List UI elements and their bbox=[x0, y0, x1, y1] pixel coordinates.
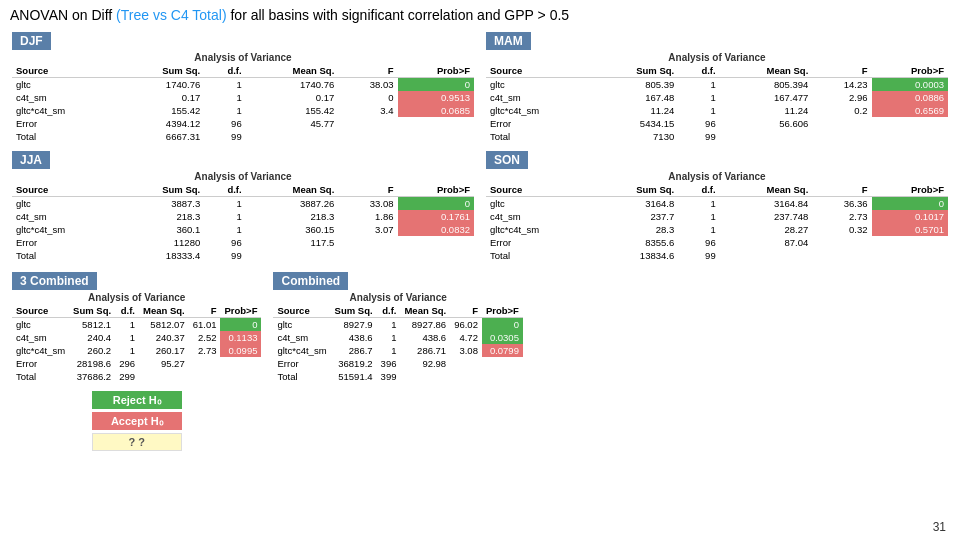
djf-table: Source Sum Sq. d.f. Mean Sq. F Prob>F gl… bbox=[12, 64, 474, 143]
jja-anova-title: Analysis of Variance bbox=[12, 171, 474, 182]
table-row: c4t_sm240.41240.372.520.1133 bbox=[12, 331, 261, 344]
combined-panel: Combined Analysis of Variance Source Sum… bbox=[267, 268, 528, 455]
table-row: gltc*c4t_sm11.24111.240.20.6569 bbox=[486, 104, 948, 117]
legend-accept: Accept H₀ bbox=[92, 412, 182, 430]
djf-col-source: Source bbox=[12, 64, 118, 78]
djf-col-prob: Prob>F bbox=[398, 64, 474, 78]
table-row: c4t_sm167.481167.4772.960.0886 bbox=[486, 91, 948, 104]
djf-col-df: d.f. bbox=[204, 64, 245, 78]
djf-col-meansq: Mean Sq. bbox=[246, 64, 339, 78]
table-row: c4t_sm438.61438.64.720.0305 bbox=[273, 331, 522, 344]
table-row: Error36819.239692.98 bbox=[273, 357, 522, 370]
table-row: Error8355.69687.04 bbox=[486, 236, 948, 249]
son-table: Source Sum Sq. d.f. Mean Sq. F Prob>F gl… bbox=[486, 183, 948, 262]
table-row: Total713099 bbox=[486, 130, 948, 143]
son-label: SON bbox=[486, 151, 528, 169]
table-row: gltc3887.313887.2633.080 bbox=[12, 197, 474, 211]
son-panel: SON Analysis of Variance Source Sum Sq. … bbox=[480, 147, 954, 266]
table-row: gltc1740.7611740.7638.030 bbox=[12, 78, 474, 92]
legend-reject: Reject H₀ bbox=[92, 391, 182, 409]
table-row: gltc*c4t_sm260.21260.172.730.0995 bbox=[12, 344, 261, 357]
table-row: c4t_sm218.31218.31.860.1761 bbox=[12, 210, 474, 223]
djf-anova-title: Analysis of Variance bbox=[12, 52, 474, 63]
combined-table: Source Sum Sq. d.f. Mean Sq. F Prob>F gl… bbox=[273, 304, 522, 383]
combined3-panel: 3 Combined Analysis of Variance Source S… bbox=[6, 268, 267, 455]
title-highlight: (Tree vs C4 Total) bbox=[116, 7, 226, 23]
page-number: 31 bbox=[933, 520, 946, 534]
table-row: gltc5812.115812.0761.010 bbox=[12, 318, 261, 332]
table-row: c4t_sm0.1710.1700.9513 bbox=[12, 91, 474, 104]
table-row: gltc8927.918927.8696.020 bbox=[273, 318, 522, 332]
table-row: gltc3164.813164.8436.360 bbox=[486, 197, 948, 211]
mam-label: MAM bbox=[486, 32, 531, 50]
jja-panel: JJA Analysis of Variance Source Sum Sq. … bbox=[6, 147, 480, 266]
table-row: gltc805.391805.39414.230.0003 bbox=[486, 78, 948, 92]
combined-anova-title: Analysis of Variance bbox=[273, 292, 522, 303]
combined3-label: 3 Combined bbox=[12, 272, 97, 290]
table-row: Error4394.129645.77 bbox=[12, 117, 474, 130]
mam-table: Source Sum Sq. d.f. Mean Sq. F Prob>F gl… bbox=[486, 64, 948, 143]
mam-anova-title: Analysis of Variance bbox=[486, 52, 948, 63]
djf-col-f: F bbox=[338, 64, 397, 78]
legend-maybe: ? ? bbox=[92, 433, 182, 451]
table-row: Total13834.699 bbox=[486, 249, 948, 262]
jja-label: JJA bbox=[12, 151, 50, 169]
table-row: Error5434.159656.606 bbox=[486, 117, 948, 130]
table-row: Total37686.2299 bbox=[12, 370, 261, 383]
table-row: gltc*c4t_sm155.421155.423.40.0685 bbox=[12, 104, 474, 117]
table-row: gltc*c4t_sm28.3128.270.320.5701 bbox=[486, 223, 948, 236]
table-row: Error28198.629695.27 bbox=[12, 357, 261, 370]
mam-panel: MAM Analysis of Variance Source Sum Sq. … bbox=[480, 28, 954, 147]
jja-table: Source Sum Sq. d.f. Mean Sq. F Prob>F gl… bbox=[12, 183, 474, 262]
combined3-anova-title: Analysis of Variance bbox=[12, 292, 261, 303]
table-row: Total18333.499 bbox=[12, 249, 474, 262]
table-row: gltc*c4t_sm360.11360.153.070.0832 bbox=[12, 223, 474, 236]
table-row: Total6667.3199 bbox=[12, 130, 474, 143]
combined3-table: Source Sum Sq. d.f. Mean Sq. F Prob>F gl… bbox=[12, 304, 261, 383]
table-row: gltc*c4t_sm286.71286.713.080.0799 bbox=[273, 344, 522, 357]
title-suffix: for all basins with significant correlat… bbox=[227, 7, 570, 23]
title-prefix: ANOVAN on Diff bbox=[10, 7, 116, 23]
son-anova-title: Analysis of Variance bbox=[486, 171, 948, 182]
table-row: Total51591.4399 bbox=[273, 370, 522, 383]
table-row: c4t_sm237.71237.7482.730.1017 bbox=[486, 210, 948, 223]
djf-label: DJF bbox=[12, 32, 51, 50]
djf-panel: DJF Analysis of Variance Source Sum Sq. … bbox=[6, 28, 480, 147]
table-row: Error1128096117.5 bbox=[12, 236, 474, 249]
djf-col-sumsq: Sum Sq. bbox=[118, 64, 204, 78]
page-title: ANOVAN on Diff (Tree vs C4 Total) for al… bbox=[0, 0, 960, 28]
combined-label: Combined bbox=[273, 272, 348, 290]
